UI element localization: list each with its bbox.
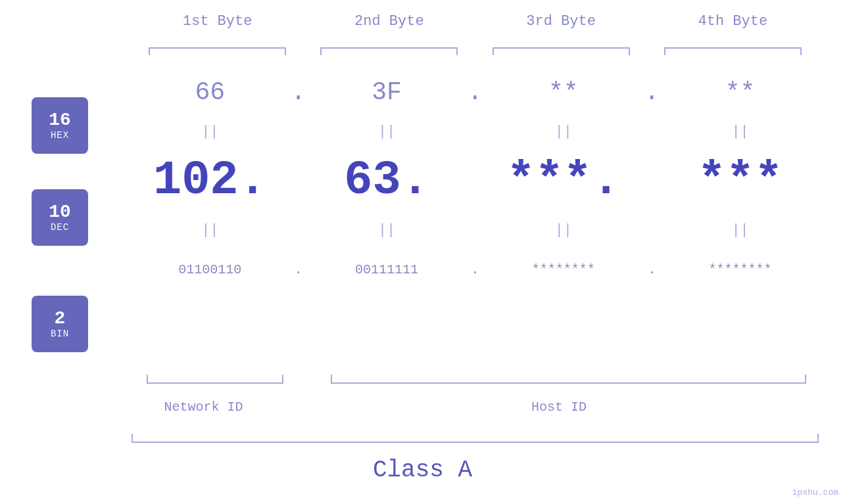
equals-row-2: || || || || <box>132 217 819 243</box>
eq2-1: || <box>132 222 289 239</box>
eq-3: || <box>485 124 642 140</box>
hex-val-4: ** <box>662 78 819 106</box>
bracket-line-1 <box>149 47 286 55</box>
data-grid: 66 . 3F . ** . ** || || || || 102. 63. *… <box>132 66 819 296</box>
bin-row: 01100110 . 00111111 . ******** . *******… <box>132 243 819 296</box>
bracket-2 <box>303 47 475 55</box>
hex-dot-3: . <box>642 78 662 106</box>
equals-row-1: || || || || <box>132 118 819 145</box>
bottom-bracket-area <box>132 375 819 384</box>
bin-val-3: ******** <box>485 262 642 277</box>
spacer-1 <box>299 375 318 384</box>
bracket-3 <box>475 47 647 55</box>
col-header-1: 1st Byte <box>132 13 303 30</box>
dec-row: 102. 63. ***. *** <box>132 145 819 217</box>
bracket-4 <box>647 47 819 55</box>
class-bracket <box>132 434 819 443</box>
bin-val-1: 01100110 <box>132 262 289 277</box>
eq2-4: || <box>662 222 819 239</box>
bin-val-2: 00111111 <box>308 262 466 277</box>
hex-label-box: 16 HEX <box>32 97 88 154</box>
dec-val-4: *** <box>662 154 819 208</box>
dec-base-text: DEC <box>51 222 69 233</box>
bin-label-box: 2 BIN <box>32 296 88 352</box>
col-header-4: 4th Byte <box>647 13 819 30</box>
bin-dot-1: . <box>289 262 308 277</box>
host-id-bracket <box>331 375 806 384</box>
bin-base-text: BIN <box>51 329 69 339</box>
hex-base-num: 16 <box>49 110 71 131</box>
dec-label-box: 10 DEC <box>32 189 88 246</box>
bracket-line-2 <box>320 47 458 55</box>
hex-dot-2: . <box>466 78 485 106</box>
network-id-bracket <box>147 375 283 384</box>
hex-base-text: HEX <box>51 130 69 141</box>
network-id-label: Network ID <box>154 400 253 415</box>
host-id-label: Host ID <box>395 400 723 415</box>
network-id-bracket-container <box>132 375 299 384</box>
dec-val-3: ***. <box>485 154 642 208</box>
bin-val-4: ******** <box>662 262 819 277</box>
watermark: ipshu.com <box>792 488 838 497</box>
eq-1: || <box>132 124 289 140</box>
bin-base-num: 2 <box>55 309 66 329</box>
main-container: 1st Byte 2nd Byte 3rd Byte 4th Byte 16 H… <box>0 0 845 504</box>
column-headers: 1st Byte 2nd Byte 3rd Byte 4th Byte <box>132 13 819 30</box>
hex-val-1: 66 <box>132 78 289 106</box>
class-label: Class A <box>0 457 845 484</box>
col-header-2: 2nd Byte <box>303 13 475 30</box>
eq-4: || <box>662 124 819 140</box>
bracket-1 <box>132 47 303 55</box>
hex-dot-1: . <box>289 78 308 106</box>
hex-val-3: ** <box>485 78 642 106</box>
hex-val-2: 3F <box>308 78 466 106</box>
hex-row: 66 . 3F . ** . ** <box>132 66 819 118</box>
eq-2: || <box>308 124 466 140</box>
dec-val-1: 102. <box>132 154 289 208</box>
dec-val-2: 63. <box>308 154 466 208</box>
bracket-line-4 <box>664 47 802 55</box>
bracket-line-3 <box>493 47 630 55</box>
col-header-3: 3rd Byte <box>475 13 647 30</box>
dec-base-num: 10 <box>49 202 71 223</box>
eq2-2: || <box>308 222 466 239</box>
eq2-3: || <box>485 222 642 239</box>
bin-dot-3: . <box>642 262 662 277</box>
host-id-bracket-container <box>318 375 819 384</box>
bin-dot-2: . <box>466 262 485 277</box>
top-brackets <box>132 47 819 55</box>
